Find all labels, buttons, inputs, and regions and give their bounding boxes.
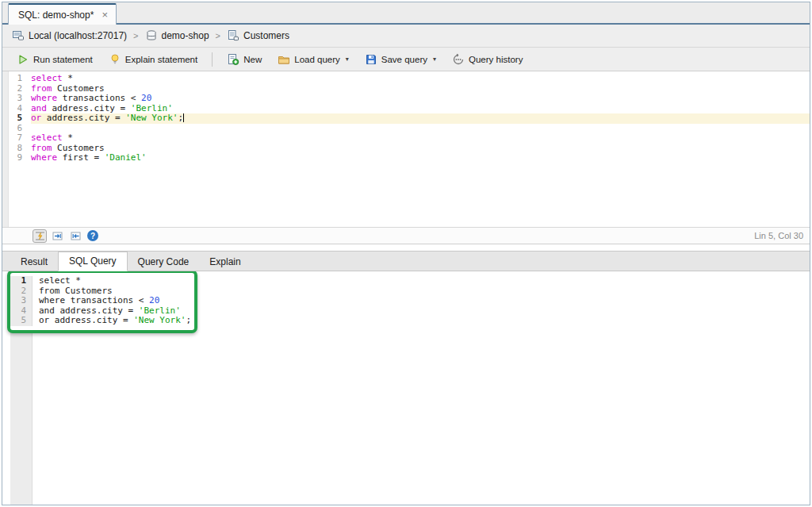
token-pl: * [63,133,73,143]
statement-marker-toggle[interactable] [33,229,47,243]
breadcrumb-collection-label: Customers [243,30,289,41]
breadcrumb-separator: > [132,31,140,40]
code-line: 7select * [2,133,810,144]
new-query-label: New [243,55,262,64]
save-icon [365,53,377,66]
breadcrumb-connection[interactable]: Local (localhost:27017) [12,29,127,42]
help-icon[interactable]: ? [87,230,98,241]
token-num: 20 [141,93,151,103]
tab-sql-query[interactable]: SQL Query [58,252,128,271]
annotation-highlight-box: 1select *2from Customers3where transacti… [7,271,197,333]
tab-title: SQL: demo-shop* [18,10,94,21]
sql-editor-code: 1select *2from Customers3where transacti… [2,74,810,163]
jump-prev-statement-button[interactable] [69,229,83,243]
sql-query-preview-code: 1select *2from Customers3where transacti… [10,276,194,326]
query-toolbar: Run statement Explain statement New [2,48,810,71]
code-line: 1select * [2,74,810,84]
statement-lightning-icon [35,231,45,241]
run-statement-button[interactable]: Run statement [10,51,99,68]
save-query-button[interactable]: Save query ▾ [358,51,442,68]
save-query-label: Save query [381,55,427,64]
panel-splitter[interactable] [2,244,810,251]
sql-editor[interactable]: 1select *2from Customers3where transacti… [2,71,810,227]
token-pl: Customers [60,286,113,296]
token-str: 'Berlin' [139,305,181,316]
token-kw: select [31,73,63,83]
token-pl: address.city = [41,113,125,123]
line-number: 3 [2,94,31,104]
chevron-down-icon[interactable]: ▾ [433,56,436,63]
connection-icon [12,29,25,42]
token-pl: address.city = [49,315,133,325]
token-kw: from [31,83,52,94]
editor-footer: ? Lin 5, Col 30 [2,227,810,244]
token-kw: and [39,305,55,316]
token-pl: Customers [52,143,105,153]
token-kw: from [39,286,60,296]
code-line: 6 [2,124,810,134]
breadcrumb-separator: > [214,31,222,40]
code-text: or address.city = 'New York'; [31,113,810,124]
query-history-label: Query history [469,55,523,64]
token-kw: where [31,93,57,103]
jump-next-icon [52,231,63,241]
token-pl: first = [57,152,105,163]
explain-statement-button[interactable]: Explain statement [102,51,204,68]
breadcrumb-collection[interactable]: Customers [227,29,289,42]
token-kw: or [31,113,41,123]
document-tabstrip: SQL: demo-shop* × [2,2,810,25]
load-query-button[interactable]: Load query ▾ [271,51,355,68]
line-number: 5 [10,316,33,326]
line-number: 1 [10,276,33,286]
token-pl: ; [178,113,183,123]
close-icon[interactable]: × [102,10,108,20]
tab-result[interactable]: Result [10,253,58,271]
token-kw: select [31,133,63,143]
token-pl: address.city = [55,305,139,316]
token-str: 'Daniel' [105,152,147,163]
line-number: 3 [10,296,33,306]
chevron-down-icon[interactable]: ▾ [346,56,349,63]
token-pl: ; [186,315,191,325]
new-query-button[interactable]: New [220,51,268,68]
code-text: select * [31,133,810,144]
line-number: 1 [2,74,31,84]
tab-query-code[interactable]: Query Code [128,253,200,271]
code-text [31,124,810,134]
token-kw: select [39,275,71,286]
text-cursor [183,113,184,122]
line-number: 7 [2,133,31,144]
cursor-position-status: Lin 5, Col 30 [754,231,803,240]
tab-sql-demo-shop[interactable]: SQL: demo-shop* × [8,3,117,25]
query-history-button[interactable]: Query history [446,51,529,68]
breadcrumb-database[interactable]: demo-shop [145,29,209,42]
code-text: or address.city = 'New York'; [39,316,194,326]
sql-query-panel[interactable]: 1select *2from Customers3where transacti… [2,271,810,505]
token-pl: transactions < [65,295,149,305]
token-str: 'New York' [125,113,178,123]
line-number: 5 [2,113,31,124]
token-kw: where [31,152,57,163]
result-tabstrip: ResultSQL QueryQuery CodeExplain [2,251,810,271]
token-str: 'Berlin' [131,103,173,113]
code-text: from Customers [31,144,810,154]
new-document-icon [227,53,239,66]
toolbar-divider [212,52,213,67]
token-kw: from [31,143,52,153]
code-text: select * [31,74,810,84]
tab-explain[interactable]: Explain [199,253,251,271]
token-kw: and [31,103,47,113]
line-number: 9 [2,153,31,163]
token-num: 20 [149,295,159,305]
lightbulb-icon [109,53,121,66]
token-pl: transactions < [57,93,141,103]
jump-next-statement-button[interactable] [51,229,65,243]
folder-icon [278,53,290,66]
token-kw: where [39,295,65,305]
code-line: 5or address.city = 'New York'; [10,316,194,326]
token-pl: Customers [52,83,105,94]
app-window: SQL: demo-shop* × Local (localhost:27017… [2,2,810,505]
history-icon [452,53,465,66]
database-icon [145,29,158,42]
jump-prev-icon [71,231,82,241]
